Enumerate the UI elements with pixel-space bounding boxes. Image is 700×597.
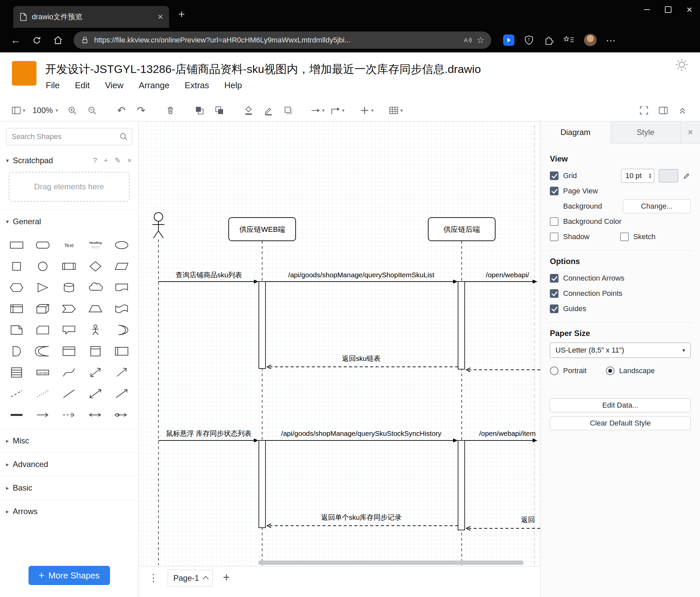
shape-container[interactable] xyxy=(56,341,82,362)
undo-icon[interactable]: ↶ xyxy=(112,102,130,118)
activation-web-2[interactable] xyxy=(259,440,266,528)
delete-icon[interactable] xyxy=(161,102,179,118)
connection-arrows-checkbox[interactable] xyxy=(550,274,558,283)
refresh-icon[interactable] xyxy=(28,31,46,49)
scratchpad-edit-icon[interactable]: ✎ xyxy=(115,156,121,165)
section-basic[interactable]: ▸ Basic xyxy=(0,476,138,500)
scratchpad-help-icon[interactable]: ? xyxy=(93,156,97,165)
menu-arrange[interactable]: Arrange xyxy=(139,80,170,91)
format-panel-toggle-icon[interactable] xyxy=(654,102,672,118)
address-bar[interactable]: https://file.kkview.cn/onlinePreview?url… xyxy=(74,31,491,49)
participant-web-label[interactable]: 供应链WEB端 xyxy=(239,225,285,234)
diagram-canvas[interactable]: 供应链WEB端 供应链后端 查询店铺商品sku列表 /api/goods/sho… xyxy=(139,121,540,567)
shape-note[interactable] xyxy=(3,319,29,341)
shape-bidirectional-connector[interactable] xyxy=(82,383,108,404)
section-general[interactable]: ▾ General xyxy=(0,210,138,233)
search-icon[interactable] xyxy=(119,132,128,143)
shape-parallelogram[interactable] xyxy=(109,256,135,277)
lock-icon[interactable] xyxy=(80,35,90,45)
search-input[interactable] xyxy=(6,128,132,145)
shape-arrow[interactable] xyxy=(109,362,135,383)
shape-dashed-edge[interactable] xyxy=(56,404,82,426)
menu-view[interactable]: View xyxy=(105,80,124,91)
shape-or[interactable] xyxy=(109,319,135,341)
shape-cube[interactable] xyxy=(29,298,56,319)
menu-edit[interactable]: Edit xyxy=(75,80,90,91)
paper-size-select[interactable]: US-Letter (8,5" x 11") ▾ xyxy=(550,342,691,358)
message-label[interactable]: /open/webapi/ xyxy=(486,271,529,279)
favorites-bar-icon[interactable] xyxy=(564,35,575,45)
change-background-button[interactable]: Change... xyxy=(623,199,691,213)
zoom-out-icon[interactable] xyxy=(83,102,101,118)
shield-extension-icon[interactable]: T xyxy=(524,35,534,45)
landscape-radio[interactable] xyxy=(606,366,615,375)
participant-web[interactable]: 供应链WEB端 xyxy=(229,218,296,241)
view-panels-icon[interactable]: ▾ xyxy=(9,102,27,118)
back-icon[interactable]: ← xyxy=(7,31,25,49)
message-label[interactable]: 查询店铺商品sku列表 xyxy=(176,271,242,279)
shape-diamond-edge[interactable] xyxy=(109,404,135,426)
url-text[interactable]: https://file.kkview.cn/onlinePreview?url… xyxy=(94,36,458,44)
extensions-puzzle-icon[interactable] xyxy=(544,35,554,45)
shape-triangle[interactable] xyxy=(29,277,56,298)
shape-line[interactable] xyxy=(56,383,82,404)
activation-web-1[interactable] xyxy=(259,282,266,368)
grid-size-input[interactable]: 10 pt ▲▼ xyxy=(621,169,654,183)
grid-color-swatch[interactable] xyxy=(659,169,678,183)
scratchpad-close-icon[interactable]: × xyxy=(127,156,131,165)
zoom-in-icon[interactable] xyxy=(63,102,81,118)
shadow-checkbox[interactable] xyxy=(550,233,558,241)
browser-menu-icon[interactable]: ⋯ xyxy=(606,34,617,46)
shape-tape[interactable] xyxy=(109,298,135,319)
shape-bidirectional-arrow[interactable] xyxy=(82,362,108,383)
return-label[interactable]: 返回 xyxy=(521,516,535,523)
browser-tab[interactable]: drawio文件预览 × xyxy=(13,6,169,28)
section-arrows[interactable]: ▸ Arrows xyxy=(0,500,138,523)
maximize-button[interactable] xyxy=(657,0,679,19)
theme-toggle-sun-icon[interactable] xyxy=(675,58,689,73)
new-tab-button[interactable]: + xyxy=(178,8,185,20)
shape-textbox[interactable]: Heading xyxy=(82,235,108,256)
shape-directional-edge[interactable] xyxy=(29,404,56,426)
shape-actor[interactable] xyxy=(82,319,108,341)
sketch-checkbox[interactable] xyxy=(620,233,629,241)
shape-hexagon[interactable] xyxy=(3,277,29,298)
horizontal-scrollbar[interactable] xyxy=(258,560,524,565)
profile-avatar[interactable] xyxy=(584,34,597,46)
shape-list-item[interactable]: List Item xyxy=(29,362,56,383)
shape-dotted-line[interactable] xyxy=(29,383,56,404)
format-close-icon[interactable]: × xyxy=(681,121,700,143)
shape-link[interactable] xyxy=(3,404,29,426)
shape-document[interactable] xyxy=(109,277,135,298)
shape-circle[interactable] xyxy=(29,256,56,277)
message-label[interactable]: 鼠标悬浮 库存同步状态列表 xyxy=(166,430,252,437)
shape-internal-storage[interactable] xyxy=(3,298,29,319)
more-shapes-button[interactable]: + More Shapes xyxy=(28,566,110,585)
shape-rectangle[interactable] xyxy=(3,235,29,256)
stepper-icons[interactable]: ▲▼ xyxy=(646,173,654,179)
guides-checkbox[interactable] xyxy=(550,305,558,313)
actor-figure[interactable] xyxy=(152,213,165,238)
background-color-checkbox[interactable] xyxy=(550,217,558,226)
shape-directional-connector[interactable] xyxy=(109,383,135,404)
pages-menu-icon[interactable]: ⋮ xyxy=(146,570,161,586)
message-label[interactable]: /api/goods/shopManage/queryShopItemSkuLi… xyxy=(288,271,434,279)
shape-labeled-edge[interactable] xyxy=(82,404,108,426)
shape-diamond[interactable] xyxy=(82,256,108,277)
fill-color-icon[interactable] xyxy=(240,102,257,118)
shape-text[interactable]: Text xyxy=(56,235,82,256)
section-advanced[interactable]: ▸ Advanced xyxy=(0,452,138,476)
table-icon[interactable]: ▾ xyxy=(387,102,405,118)
activation-backend-1[interactable] xyxy=(458,282,465,369)
waypoints-icon[interactable]: ▾ xyxy=(328,102,346,118)
shape-cylinder[interactable] xyxy=(56,277,82,298)
read-aloud-icon[interactable]: A xyxy=(463,35,472,45)
shape-ellipse[interactable] xyxy=(109,235,135,256)
shape-step[interactable] xyxy=(56,298,82,319)
shape-process[interactable] xyxy=(56,256,82,277)
redo-icon[interactable]: ↷ xyxy=(132,102,150,118)
line-color-icon[interactable] xyxy=(259,102,277,118)
blue-extension-icon[interactable] xyxy=(503,34,515,46)
tab-diagram[interactable]: Diagram xyxy=(541,121,611,144)
shape-trapezoid[interactable] xyxy=(82,298,108,319)
